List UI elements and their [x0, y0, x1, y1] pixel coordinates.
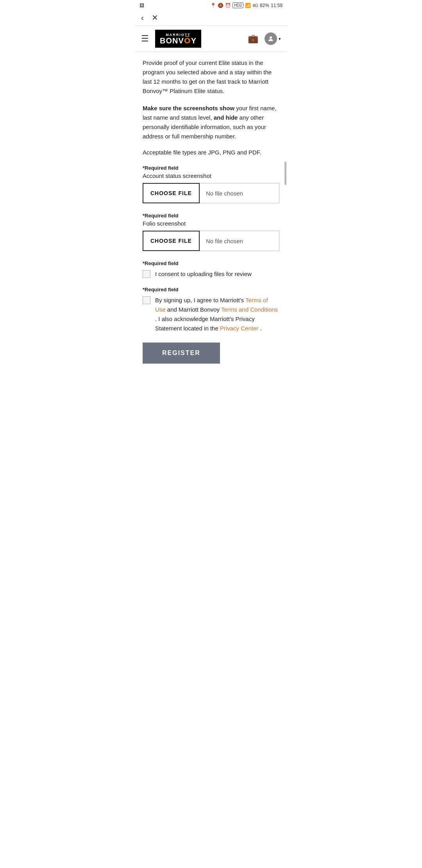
nav-bar: ‹ ✕ — [135, 10, 287, 26]
no-file-display-1: No file chosen — [200, 183, 279, 203]
choose-file-button-2[interactable]: CHOOSE FILE — [143, 231, 200, 251]
field-name-2: Folio screenshot — [143, 220, 279, 227]
back-button[interactable]: ‹ — [141, 13, 144, 22]
user-avatar — [265, 32, 277, 45]
status-bar-left: 🖼 — [139, 3, 144, 8]
consent-label: I consent to uploading files for review — [155, 269, 252, 279]
required-label-consent: *Required field — [143, 260, 279, 266]
terms-checkbox[interactable] — [143, 296, 150, 304]
scrollbar — [284, 161, 286, 185]
register-button[interactable]: REGISTER — [143, 343, 220, 364]
terms-row: By signing up, I agree to Marriott's Ter… — [143, 296, 279, 333]
header-right: 💼 ▾ — [248, 32, 281, 45]
required-label-1: *Required field — [143, 165, 279, 171]
signal-icon: 4G — [252, 3, 258, 8]
status-bar-right: 📍 🔕 ⏰ HD2 📶 4G 82% 11:59 — [210, 2, 283, 8]
close-button[interactable]: ✕ — [152, 13, 158, 22]
header-left: ☰ MARRIOTT BONVO̅Y — [141, 30, 201, 48]
alarm-icon: ⏰ — [225, 3, 231, 8]
required-label-terms: *Required field — [143, 287, 279, 292]
file-upload-row-1: CHOOSE FILE No file chosen — [143, 183, 279, 203]
choose-file-button-1[interactable]: CHOOSE FILE — [143, 183, 200, 203]
logo-accent: O̅ — [184, 36, 191, 45]
field-name-1: Account status screenshot — [143, 172, 279, 179]
terms-text-end: . — [260, 325, 261, 332]
time-display: 11:59 — [271, 3, 283, 8]
bold-and-hide: and hide — [214, 114, 238, 121]
terms-conditions-link[interactable]: Terms and Conditions — [221, 306, 278, 313]
user-dropdown-arrow: ▾ — [279, 36, 281, 41]
wifi-icon: 📶 — [245, 3, 251, 8]
consent-checkbox[interactable] — [143, 270, 150, 278]
no-file-display-2: No file chosen — [200, 231, 279, 251]
svg-point-0 — [270, 36, 272, 39]
image-icon: 🖼 — [139, 3, 144, 8]
required-label-2: *Required field — [143, 213, 279, 219]
app-header: ☰ MARRIOTT BONVO̅Y 💼 ▾ — [135, 26, 287, 52]
consent-section: *Required field I consent to uploading f… — [143, 260, 279, 279]
marriott-logo: MARRIOTT BONVO̅Y — [155, 30, 201, 48]
privacy-center-link[interactable]: Privacy Center — [220, 325, 258, 332]
terms-section: *Required field By signing up, I agree t… — [143, 287, 279, 333]
trips-icon[interactable]: 💼 — [248, 34, 258, 44]
file-upload-row-2: CHOOSE FILE No file chosen — [143, 231, 279, 251]
terms-text-1: By signing up, I agree to Marriott's — [155, 297, 245, 303]
menu-button[interactable]: ☰ — [141, 34, 149, 44]
acceptable-types-text: Acceptable file types are JPG, PNG and P… — [143, 149, 279, 156]
file-field-1: *Required field Account status screensho… — [143, 165, 279, 203]
terms-label: By signing up, I agree to Marriott's Ter… — [155, 296, 279, 333]
consent-row: I consent to uploading files for review — [143, 269, 279, 279]
terms-text-2: and Marriott Bonvoy — [167, 306, 221, 313]
battery-display: 82% — [260, 3, 269, 8]
location-icon: 📍 — [210, 3, 216, 8]
intro-paragraph-2: Make sure the screenshots show your firs… — [143, 104, 279, 141]
logo-bonvoy-text: BONVO̅Y — [160, 37, 197, 45]
mute-icon: 🔕 — [218, 3, 224, 8]
file-field-2: *Required field Folio screenshot CHOOSE … — [143, 213, 279, 251]
bold-make-sure: Make sure the screenshots show — [143, 105, 234, 111]
intro-paragraph-1: Provide proof of your current Elite stat… — [143, 58, 279, 96]
user-menu[interactable]: ▾ — [265, 32, 281, 45]
hd2-badge: HD2 — [232, 2, 243, 8]
status-bar: 🖼 📍 🔕 ⏰ HD2 📶 4G 82% 11:59 — [135, 0, 287, 10]
main-content: Provide proof of your current Elite stat… — [135, 52, 287, 375]
